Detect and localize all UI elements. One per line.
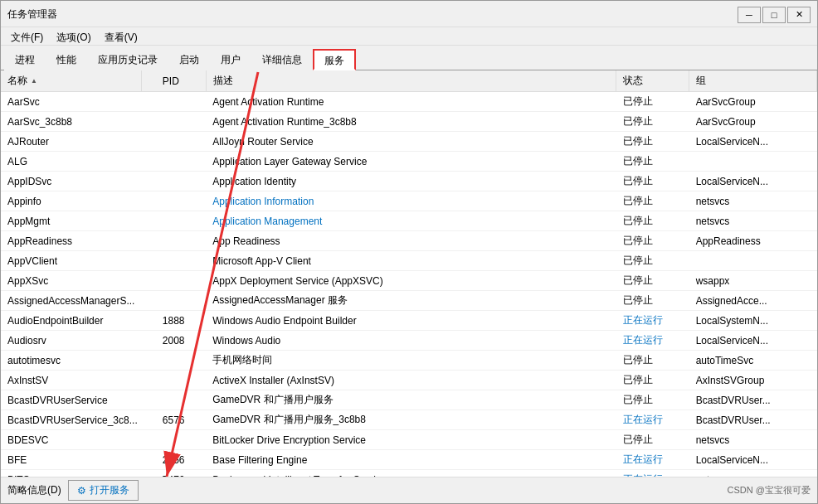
cell-pid: [156, 191, 206, 211]
tab-performance[interactable]: 性能: [46, 49, 87, 70]
table-row[interactable]: AppXSvcAppX Deployment Service (AppXSVC)…: [1, 271, 817, 291]
cell-status: 已停止: [616, 390, 689, 410]
menu-view[interactable]: 查看(V): [98, 29, 144, 43]
cell-desc: BitLocker Drive Encryption Service: [206, 430, 616, 450]
cell-desc: AssignedAccessManager 服务: [206, 291, 616, 311]
cell-name: AssignedAccessManagerS...: [1, 291, 156, 311]
cell-name: AppReadiness: [1, 231, 156, 251]
table-row[interactable]: BFE2256Base Filtering Engine正在运行LocalSer…: [1, 450, 817, 470]
cell-desc: Application Layer Gateway Service: [206, 152, 616, 172]
sort-arrow: ▲: [31, 77, 37, 85]
cell-group: wsappx: [689, 271, 817, 291]
cell-status: 正在运行: [616, 470, 689, 477]
cell-pid: [156, 92, 206, 112]
table-row[interactable]: BITS7476Background Intelligent Transfer …: [1, 470, 817, 477]
cell-status: 正在运行: [616, 410, 689, 430]
table-row[interactable]: BcastDVRUserServiceGameDVR 和广播用户服务已停止Bca…: [1, 390, 817, 410]
table-row[interactable]: Audiosrv2008Windows Audio正在运行LocalServic…: [1, 331, 817, 351]
cell-desc[interactable]: Application Management: [206, 211, 616, 231]
cell-desc: Agent Activation Runtime: [206, 92, 616, 112]
cell-desc: Agent Activation Runtime_3c8b8: [206, 112, 616, 132]
table-row[interactable]: AppMgmtApplication Management已停止netsvcs: [1, 211, 817, 231]
cell-group: LocalServiceN...: [689, 331, 817, 351]
cell-desc: AppX Deployment Service (AppXSVC): [206, 271, 616, 291]
tab-users[interactable]: 用户: [210, 49, 251, 70]
services-table: 名称 ▲ PID 描述 状态 组 AarSvcAgent Activation …: [1, 70, 817, 477]
table-row[interactable]: AssignedAccessManagerS...AssignedAccessM…: [1, 291, 817, 311]
title-bar: 任务管理器 ─ □ ✕: [1, 1, 817, 27]
cell-status: 正在运行: [616, 311, 689, 331]
tab-details[interactable]: 详细信息: [251, 49, 313, 70]
minimize-button[interactable]: ─: [738, 7, 761, 23]
tab-services[interactable]: 服务: [313, 49, 356, 70]
cell-desc[interactable]: Application Information: [206, 191, 616, 211]
menu-options[interactable]: 选项(O): [50, 29, 97, 43]
tab-process[interactable]: 进程: [4, 49, 46, 70]
cell-name: BcastDVRUserService: [1, 390, 156, 410]
col-header-pid[interactable]: PID: [156, 70, 206, 92]
table-row[interactable]: AppinfoApplication Information已停止netsvcs: [1, 191, 817, 211]
cell-pid: [156, 132, 206, 152]
cell-name: BITS: [1, 470, 156, 477]
col-header-name[interactable]: 名称 ▲: [1, 70, 142, 91]
open-service-label: 打开服务: [90, 483, 129, 497]
cell-status: 已停止: [616, 231, 689, 251]
brief-info-label: 简略信息(D): [7, 483, 61, 497]
cell-pid: [156, 152, 206, 172]
tab-bar: 进程 性能 应用历史记录 启动 用户 详细信息 服务: [1, 46, 817, 70]
table-row[interactable]: AarSvc_3c8b8Agent Activation Runtime_3c8…: [1, 112, 817, 132]
cell-name: ALG: [1, 152, 156, 172]
cell-group: netsvcs: [689, 470, 817, 477]
cell-pid: [156, 231, 206, 251]
cell-status: 已停止: [616, 371, 689, 390]
table-row[interactable]: autotimesvc手机网络时间已停止autoTimeSvc: [1, 351, 817, 371]
cell-group: AarSvcGroup: [689, 92, 817, 112]
cell-name: AppMgmt: [1, 211, 156, 231]
cell-name: AxInstSV: [1, 371, 156, 390]
cell-name: AJRouter: [1, 132, 156, 152]
cell-status: 已停止: [616, 251, 689, 271]
table-row[interactable]: ALGApplication Layer Gateway Service已停止: [1, 152, 817, 172]
tab-startup[interactable]: 启动: [168, 49, 210, 70]
table-row[interactable]: BDESVCBitLocker Drive Encryption Service…: [1, 430, 817, 450]
cell-status: 已停止: [616, 132, 689, 152]
cell-status: 已停止: [616, 271, 689, 291]
col-header-desc[interactable]: 描述: [206, 70, 616, 92]
cell-status: 已停止: [616, 430, 689, 450]
cell-pid: [156, 390, 206, 410]
cell-pid: [156, 371, 206, 390]
cell-pid: 2008: [156, 331, 206, 351]
tab-app-history[interactable]: 应用历史记录: [87, 49, 168, 70]
cell-group: AppReadiness: [689, 231, 817, 251]
cell-status: 已停止: [616, 92, 689, 112]
table-row[interactable]: AppIDSvcApplication Identity已停止LocalServ…: [1, 172, 817, 191]
cell-name: AppXSvc: [1, 271, 156, 291]
cell-group: [689, 251, 817, 271]
services-table-container[interactable]: 名称 ▲ PID 描述 状态 组 AarSvcAgent Activation …: [1, 70, 817, 477]
maximize-button[interactable]: □: [762, 7, 786, 23]
table-row[interactable]: AppReadinessApp Readiness已停止AppReadiness: [1, 231, 817, 251]
cell-desc: AllJoyn Router Service: [206, 132, 616, 152]
cell-group: BcastDVRUser...: [689, 390, 817, 410]
table-row[interactable]: AarSvcAgent Activation Runtime已停止AarSvcG…: [1, 92, 817, 112]
cell-pid: [156, 211, 206, 231]
table-row[interactable]: AppVClientMicrosoft App-V Client已停止: [1, 251, 817, 271]
open-service-button[interactable]: ⚙ 打开服务: [68, 480, 139, 501]
cell-pid: [156, 291, 206, 311]
table-row[interactable]: AxInstSVActiveX Installer (AxInstSV)已停止A…: [1, 371, 817, 390]
cell-group: [689, 152, 817, 172]
watermark: CSDN @宝宝很可爱: [728, 484, 811, 497]
cell-name: BDESVC: [1, 430, 156, 450]
table-row[interactable]: AudioEndpointBuilder1888Windows Audio En…: [1, 311, 817, 331]
col-header-group[interactable]: 组: [689, 70, 817, 92]
footer: 简略信息(D) ⚙ 打开服务 CSDN @宝宝很可爱: [1, 477, 817, 503]
table-row[interactable]: BcastDVRUserService_3c8...6576GameDVR 和广…: [1, 410, 817, 430]
cell-desc: 手机网络时间: [206, 351, 616, 371]
title-controls: ─ □ ✕: [738, 7, 811, 23]
cell-status: 已停止: [616, 191, 689, 211]
close-button[interactable]: ✕: [787, 7, 811, 23]
table-row[interactable]: AJRouterAllJoyn Router Service已停止LocalSe…: [1, 132, 817, 152]
window-title: 任务管理器: [7, 7, 57, 22]
menu-file[interactable]: 文件(F): [4, 29, 50, 43]
col-header-status[interactable]: 状态: [616, 70, 689, 92]
